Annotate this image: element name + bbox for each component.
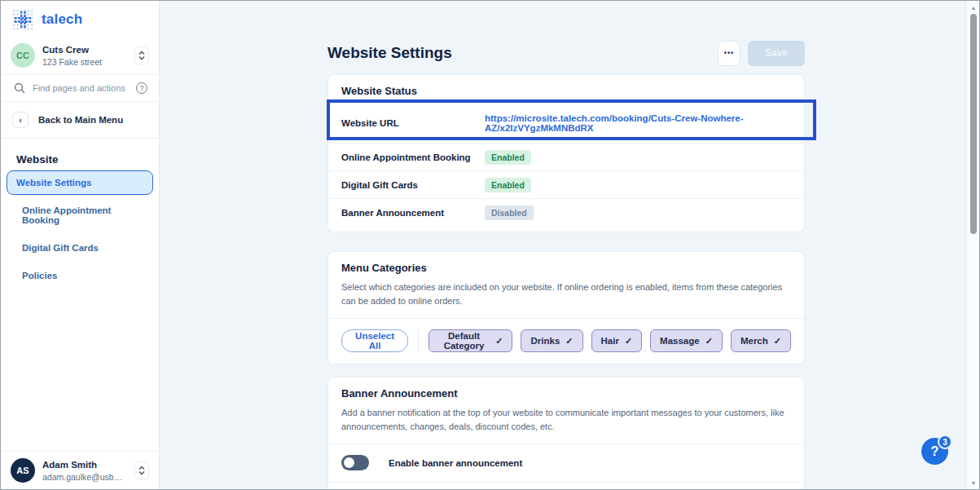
enable-banner-label: Enable banner announcement (389, 458, 522, 468)
back-label: Back to Main Menu (38, 115, 123, 125)
banner-announcement-title: Banner Announcement (328, 377, 804, 406)
account-select-toggle[interactable] (134, 46, 149, 64)
menu-categories-description: Select which categories are included on … (328, 280, 804, 318)
user-name: Adam Smith (42, 460, 127, 470)
website-url-label: Website URL (341, 118, 485, 128)
account-address: 123 Fake street (42, 57, 127, 67)
shortcut-hint-icon: ? (136, 82, 147, 94)
chevron-up-down-icon (138, 51, 145, 60)
website-url-link[interactable]: https://microsite.talech.com/booking/Cut… (485, 113, 791, 133)
user-avatar: AS (11, 458, 35, 483)
menu-categories-title: Menu Categories (328, 252, 804, 280)
user-email: adam.gaulke@usbank.c... (42, 472, 127, 482)
account-name: Cuts Crew (42, 45, 127, 55)
talech-logo-icon (12, 9, 33, 30)
status-badge: Disabled (485, 205, 534, 220)
chip-label: Massage (660, 336, 700, 346)
search-input[interactable]: Find pages and actions (33, 83, 129, 93)
website-status-title: Website Status (328, 75, 804, 104)
main-content: Website Settings ••• Save Website Status… (160, 1, 966, 489)
back-to-main-menu[interactable]: ‹ Back to Main Menu (1, 102, 159, 138)
page-scrollbar[interactable]: ▲ ▼ (966, 1, 979, 489)
sidebar-section-title: Website (1, 139, 159, 169)
sidebar-item-website-settings[interactable]: Website Settings (7, 170, 153, 195)
category-chip-hair[interactable]: Hair ✓ (591, 329, 643, 352)
save-button[interactable]: Save (748, 41, 805, 66)
status-row-online-appointment-booking: Online Appointment Booking Enabled (328, 143, 804, 170)
help-notification-badge: 3 (938, 435, 952, 449)
check-icon: ✓ (565, 336, 573, 347)
user-select-toggle[interactable] (134, 461, 149, 479)
check-icon: ✓ (495, 336, 503, 347)
more-options-button[interactable]: ••• (718, 41, 740, 66)
chip-label: Merch (740, 336, 768, 346)
sidebar-item-policies[interactable]: Policies (7, 263, 153, 288)
banner-announcement-description: Add a banner notification at the top of … (328, 406, 804, 444)
status-row-label: Online Appointment Booking (341, 152, 485, 162)
chip-label: Hair (601, 336, 619, 346)
scroll-down-arrow-icon[interactable]: ▼ (967, 477, 980, 488)
status-badge: Enabled (485, 178, 531, 192)
status-badge: Enabled (485, 150, 531, 165)
chip-label: Default Category (438, 331, 490, 351)
website-url-row: Website URL https://microsite.talech.com… (328, 104, 804, 143)
banner-announcement-card: Banner Announcement Add a banner notific… (327, 377, 805, 489)
category-chip-default-category[interactable]: Default Category ✓ (428, 329, 513, 352)
chevron-left-icon[interactable]: ‹ (12, 112, 29, 128)
category-chip-massage[interactable]: Massage ✓ (650, 329, 723, 352)
chip-label: Drinks (530, 336, 560, 346)
menu-categories-card: Menu Categories Select which categories … (327, 251, 805, 364)
account-avatar: CC (11, 43, 35, 68)
check-icon: ✓ (625, 336, 632, 347)
check-icon: ✓ (705, 336, 713, 347)
status-row-label: Digital Gift Cards (341, 180, 485, 190)
category-chip-drinks[interactable]: Drinks ✓ (521, 329, 582, 352)
chevron-up-down-icon (138, 466, 145, 475)
page-title: Website Settings (327, 44, 452, 62)
divider (418, 330, 419, 352)
status-row-digital-gift-cards: Digital Gift Cards Enabled (328, 170, 804, 198)
status-row-banner-announcement: Banner Announcement Disabled (328, 198, 804, 226)
user-menu[interactable]: AS Adam Smith adam.gaulke@usbank.c... (1, 452, 159, 489)
sidebar-item-online-appointment-booking[interactable]: Online Appointment Booking (7, 198, 153, 232)
check-icon: ✓ (774, 336, 781, 347)
website-status-card: Website Status Website URL https://micro… (327, 74, 805, 232)
search-icon (14, 82, 25, 94)
unselect-all-button[interactable]: Unselect All (341, 329, 408, 352)
scrollbar-thumb[interactable] (970, 14, 977, 234)
brand-logo[interactable]: talech (1, 1, 159, 37)
category-chip-merch[interactable]: Merch ✓ (731, 329, 791, 352)
account-switcher[interactable]: CC Cuts Crew 123 Fake street (1, 37, 159, 74)
sidebar-item-digital-gift-cards[interactable]: Digital Gift Cards (7, 236, 153, 260)
brand-name: talech (42, 11, 82, 28)
status-row-label: Banner Announcement (341, 208, 485, 218)
scroll-up-arrow-icon[interactable]: ▲ (967, 2, 980, 13)
enable-banner-toggle[interactable] (341, 455, 369, 470)
search-bar[interactable]: Find pages and actions ? (1, 75, 159, 101)
sidebar: talech CC Cuts Crew 123 Fake street Find… (1, 1, 160, 489)
